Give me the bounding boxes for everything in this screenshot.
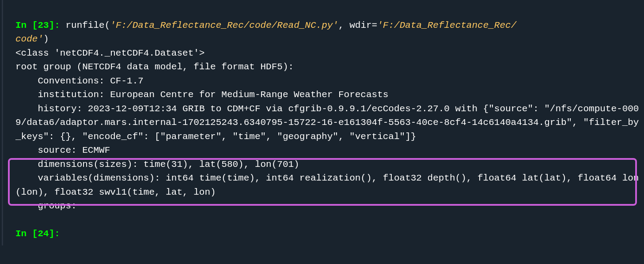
in-counter-2: 24 — [38, 229, 49, 239]
code-arg-wdir-a: 'F:/Data_Reflectance_Rec/ — [377, 20, 516, 30]
in-label: In [ — [15, 20, 38, 30]
output-groups-line: groups: — [15, 201, 82, 211]
input-prompt-next[interactable]: In [24]: — [15, 229, 65, 239]
in-close: ]: — [49, 20, 66, 30]
output-history-line: history: 2023-12-09T12:34 GRIB to CDM+CF… — [15, 104, 639, 142]
code-close-paren: ) — [43, 34, 49, 44]
code-arg-wdir-b: code' — [15, 34, 43, 44]
in-counter: 23 — [38, 20, 49, 30]
input-prompt: In [23]: — [15, 20, 65, 30]
output-source-line: source: ECMWF — [15, 145, 110, 155]
code-sep: , — [338, 20, 349, 30]
code-func: runfile — [65, 20, 104, 30]
code-kw-wdir: wdir — [349, 20, 371, 30]
output-dimensions-line: dimensions(sizes): time(31), lat(580), l… — [15, 159, 299, 170]
ipython-console[interactable]: In [23]: runfile('F:/Data_Reflectance_Re… — [2, 0, 644, 245]
output-institution-line: institution: European Centre for Medium-… — [15, 90, 388, 100]
output-variables-line: variables(dimensions): int64 time(time),… — [15, 173, 639, 197]
output-conventions-line: Conventions: CF-1.7 — [15, 76, 144, 86]
code-eq: = — [372, 20, 378, 30]
output-class-line: <class 'netCDF4._netCDF4.Dataset'> — [15, 48, 205, 58]
code-open-paren: ( — [105, 20, 110, 30]
output-rootgroup-line: root group (NETCDF4 data model, file for… — [15, 62, 294, 72]
in-label-2: In [ — [15, 229, 38, 239]
code-arg-filepath: 'F:/Data_Reflectance_Rec/code/Read_NC.py… — [110, 20, 338, 30]
in-close-2: ]: — [49, 229, 66, 239]
